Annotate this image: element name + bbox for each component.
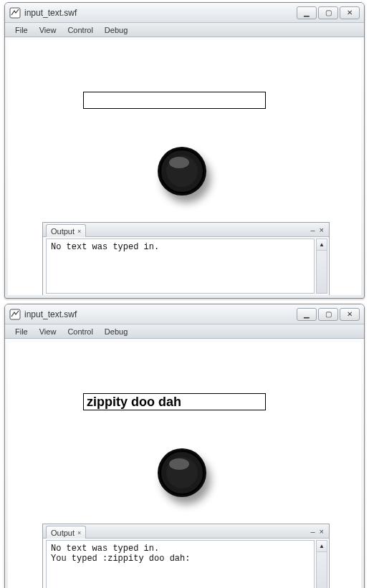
tab-close-icon[interactable]: × [77,228,81,235]
menubar: File View Control Debug [5,23,364,37]
menubar: File View Control Debug [5,324,364,339]
maximize-button[interactable]: ▢ [318,6,338,19]
menu-view[interactable]: View [34,326,62,337]
scroll-up-arrow-icon[interactable]: ▲ [317,239,327,251]
text-input[interactable] [83,92,266,109]
stage: Output × – × No text was typed in. ▲ [8,40,361,295]
window-title: input_text.swf [24,309,77,319]
scroll-up-arrow-icon[interactable]: ▲ [317,541,327,552]
titlebar[interactable]: input_text.swf ▁ ▢ ✕ [5,304,364,324]
panel-close-icon[interactable]: × [317,226,326,234]
output-tab[interactable]: Output × [46,224,86,237]
svg-point-9 [169,458,189,470]
tab-close-icon[interactable]: × [77,529,81,536]
menu-debug[interactable]: Debug [99,326,133,337]
scrollbar[interactable]: ▲ [316,238,327,294]
menu-file[interactable]: File [9,326,34,337]
close-button[interactable]: ✕ [340,6,360,19]
menu-debug[interactable]: Debug [99,24,133,36]
maximize-button[interactable]: ▢ [318,308,338,321]
output-tab-label: Output [51,529,75,537]
output-text: No text was typed in. [46,238,315,294]
svg-point-4 [169,157,189,168]
minimize-button[interactable]: ▁ [297,308,317,321]
panel-minimize-icon[interactable]: – [308,527,317,536]
menu-view[interactable]: View [34,24,62,36]
flash-player-window: input_text.swf ▁ ▢ ✕ File View Control D… [4,304,365,588]
close-button[interactable]: ✕ [340,308,360,321]
app-icon [9,309,21,320]
output-panel-head[interactable]: Output × – × [43,524,329,539]
stage: Output × – × No text was typed in. You t… [8,342,361,588]
output-panel: Output × – × No text was typed in. You t… [42,524,330,588]
minimize-button[interactable]: ▁ [297,6,317,19]
output-tab[interactable]: Output × [46,526,86,539]
window-title: input_text.swf [24,8,77,18]
menu-control[interactable]: Control [62,326,98,337]
menu-file[interactable]: File [9,24,34,36]
menu-control[interactable]: Control [62,24,98,36]
flash-player-window: input_text.swf ▁ ▢ ✕ File View Control D… [4,2,365,299]
output-tab-label: Output [51,227,75,236]
output-panel-head[interactable]: Output × – × [43,223,329,237]
app-icon [9,7,21,19]
output-text: No text was typed in. You typed :zippity… [46,540,315,588]
submit-button[interactable] [155,144,209,198]
panel-close-icon[interactable]: × [317,527,326,536]
text-input[interactable] [83,393,266,410]
panel-minimize-icon[interactable]: – [308,226,317,234]
titlebar[interactable]: input_text.swf ▁ ▢ ✕ [5,3,364,23]
output-panel: Output × – × No text was typed in. ▲ [42,222,330,295]
scrollbar[interactable]: ▲ [316,540,327,588]
submit-button[interactable] [155,445,209,500]
